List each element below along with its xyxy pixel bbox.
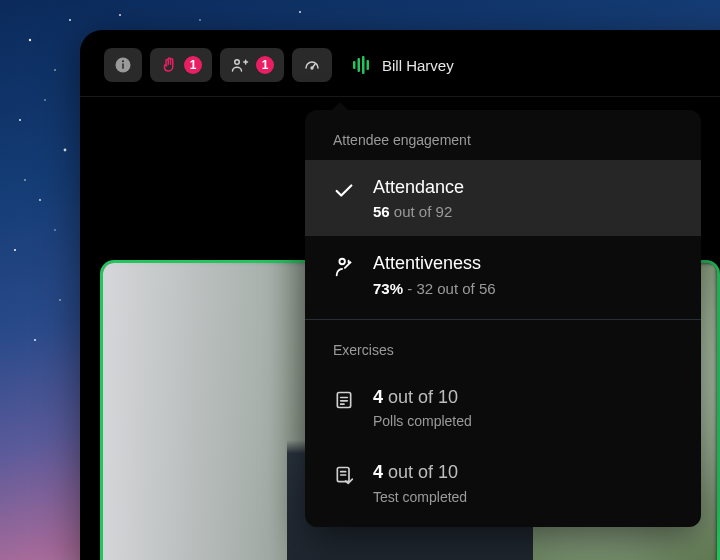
svg-point-6 <box>59 299 61 301</box>
svg-point-4 <box>39 199 41 201</box>
tests-count: 4 out of 10 <box>373 461 673 484</box>
raise-hand-button[interactable]: 1 <box>150 48 212 82</box>
poll-icon <box>334 390 354 410</box>
menu-item-tests[interactable]: 4 out of 10 Test completed <box>305 445 701 520</box>
section-title-exercises: Exercises <box>305 320 701 370</box>
attentiveness-detail: 73% - 32 out of 56 <box>373 280 673 297</box>
app-window: 1 1 Bill Harvey Attendee engagement <box>80 30 720 560</box>
svg-point-24 <box>339 259 345 265</box>
svg-point-14 <box>54 229 55 230</box>
svg-rect-20 <box>353 61 356 69</box>
svg-point-2 <box>19 119 21 121</box>
section-title-engagement: Attendee engagement <box>305 110 701 160</box>
gauge-icon <box>302 56 322 74</box>
svg-point-8 <box>69 19 71 21</box>
check-icon <box>333 180 355 202</box>
svg-point-5 <box>14 249 16 251</box>
info-button[interactable] <box>104 48 142 82</box>
test-icon <box>334 465 354 485</box>
polls-count: 4 out of 10 <box>373 386 673 409</box>
menu-item-attentiveness[interactable]: Attentiveness 73% - 32 out of 56 <box>305 236 701 312</box>
menu-item-polls[interactable]: 4 out of 10 Polls completed <box>305 370 701 445</box>
menu-item-attendance[interactable]: Attendance 56 out of 92 <box>305 160 701 236</box>
person-attentive-icon <box>333 256 355 278</box>
svg-point-10 <box>199 19 201 21</box>
active-speaker: Bill Harvey <box>352 56 454 74</box>
svg-point-12 <box>44 99 45 100</box>
svg-point-18 <box>235 60 240 65</box>
engagement-button[interactable] <box>292 48 332 82</box>
svg-rect-21 <box>358 58 361 72</box>
attendance-detail: 56 out of 92 <box>373 203 673 220</box>
svg-point-9 <box>119 14 121 16</box>
audio-bars-icon <box>352 56 372 74</box>
svg-rect-22 <box>362 56 365 74</box>
svg-rect-23 <box>367 60 370 70</box>
hand-count-badge: 1 <box>184 56 202 74</box>
info-icon <box>114 56 132 74</box>
toolbar: 1 1 Bill Harvey <box>80 30 720 97</box>
svg-rect-16 <box>122 64 124 69</box>
svg-point-0 <box>29 39 31 41</box>
attentiveness-title: Attentiveness <box>373 252 673 275</box>
attendance-title: Attendance <box>373 176 673 199</box>
participants-button[interactable]: 1 <box>220 48 284 82</box>
people-icon <box>230 56 250 74</box>
svg-point-3 <box>64 149 67 152</box>
engagement-dropdown: Attendee engagement Attendance 56 out of… <box>305 110 701 527</box>
tests-label: Test completed <box>373 489 673 505</box>
hand-icon <box>160 56 178 74</box>
svg-point-13 <box>24 179 26 181</box>
svg-point-17 <box>122 60 124 62</box>
svg-point-19 <box>311 67 313 69</box>
active-speaker-name: Bill Harvey <box>382 57 454 74</box>
svg-point-11 <box>299 11 301 13</box>
svg-point-7 <box>34 339 36 341</box>
polls-label: Polls completed <box>373 413 673 429</box>
people-count-badge: 1 <box>256 56 274 74</box>
svg-point-1 <box>54 69 56 71</box>
